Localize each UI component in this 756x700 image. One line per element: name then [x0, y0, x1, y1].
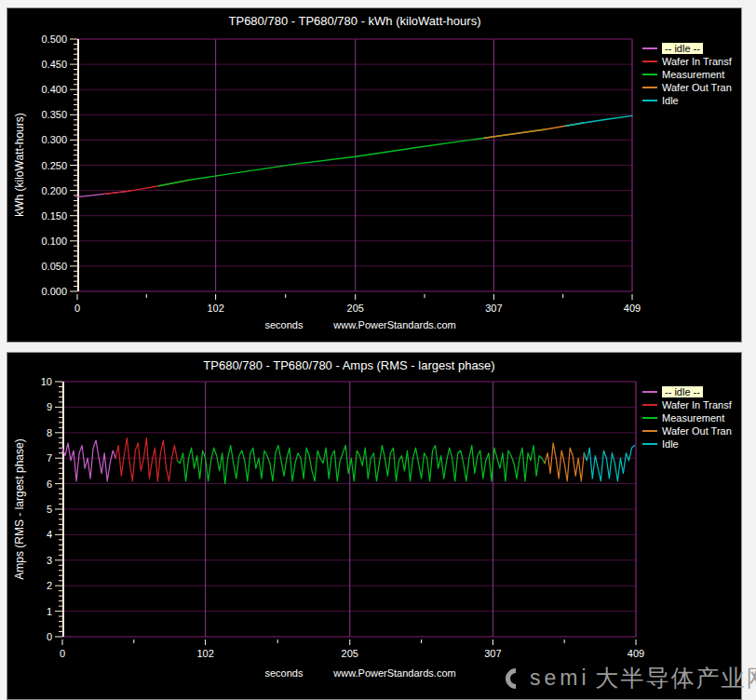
amps-legend: -- idle --Wafer In TransfMeasurementWafe…	[642, 385, 732, 451]
legend-item: Measurement	[642, 411, 732, 424]
svg-text:1: 1	[47, 606, 52, 617]
svg-text:8: 8	[47, 427, 52, 438]
svg-text:0.450: 0.450	[41, 59, 67, 70]
svg-text:7: 7	[47, 452, 52, 464]
svg-text:10: 10	[41, 376, 52, 387]
svg-text:0.100: 0.100	[41, 236, 67, 247]
legend-item: Wafer In Transf	[642, 398, 732, 411]
svg-text:0.400: 0.400	[41, 84, 67, 95]
svg-text:0: 0	[47, 631, 52, 642]
svg-text:0.300: 0.300	[41, 134, 67, 145]
legend-item: -- idle --	[642, 42, 732, 55]
svg-text:0.000: 0.000	[41, 286, 67, 297]
svg-text:2: 2	[47, 580, 52, 591]
site-credit: www.PowerStandards.com	[320, 319, 469, 330]
svg-text:307: 307	[484, 648, 501, 659]
kwh-legend: -- idle --Wafer In TransfMeasurementWafe…	[642, 42, 732, 107]
legend-item: Measurement	[642, 68, 732, 81]
legend-item: Wafer Out Tran	[642, 424, 732, 438]
watermark-text-cjk: 大半导体产业网	[596, 663, 756, 693]
svg-text:3: 3	[47, 555, 52, 566]
legend-line-swatch-icon	[642, 443, 657, 445]
svg-text:102: 102	[207, 303, 223, 314]
legend-line-swatch-icon	[642, 61, 657, 62]
legend-item-label: Measurement	[662, 69, 724, 80]
svg-text:4: 4	[47, 529, 52, 540]
amps-plot-area: 0123456789100102205307409	[7, 353, 741, 699]
svg-text:0.250: 0.250	[41, 160, 67, 171]
svg-text:307: 307	[485, 303, 502, 314]
legend-line-swatch-icon	[642, 404, 657, 406]
site-credit: www.PowerStandards.com	[320, 667, 469, 679]
svg-text:6: 6	[47, 478, 52, 490]
svg-text:0.050: 0.050	[41, 261, 67, 272]
legend-line-swatch-icon	[642, 430, 657, 432]
legend-item-label: Measurement	[662, 412, 724, 424]
svg-text:0.200: 0.200	[41, 185, 67, 196]
kwh-footer: seconds www.PowerStandards.com	[7, 319, 742, 332]
legend-item-label: Wafer Out Tran	[662, 425, 732, 437]
x-axis-label: seconds	[251, 667, 317, 679]
svg-text:409: 409	[628, 648, 644, 659]
svg-text:9: 9	[47, 401, 52, 412]
legend-item: Idle	[642, 94, 732, 107]
legend-line-swatch-icon	[642, 100, 657, 101]
watermark-logo-icon	[501, 664, 530, 693]
svg-text:205: 205	[347, 303, 364, 314]
kwh-plot-area: 0.0000.0500.1000.1500.2000.2500.3000.350…	[7, 8, 741, 341]
legend-item-label: Wafer In Transf	[662, 56, 732, 67]
legend-item-label: Wafer Out Tran	[662, 82, 732, 93]
legend-item-label: Wafer In Transf	[662, 399, 732, 411]
legend-item: Idle	[642, 438, 732, 451]
svg-text:5: 5	[47, 504, 52, 515]
legend-line-swatch-icon	[642, 417, 657, 419]
svg-text:409: 409	[624, 303, 641, 314]
legend-item-label: Idle	[662, 95, 679, 106]
kwh-chart-panel: TP680/780 - TP680/780 - kWh (kiloWatt-ho…	[7, 7, 742, 343]
legend-item: Wafer Out Tran	[642, 81, 732, 94]
svg-text:102: 102	[196, 648, 213, 659]
svg-text:0: 0	[74, 303, 80, 314]
legend-item-label: Idle	[662, 438, 679, 450]
legend-item: -- idle --	[642, 385, 732, 398]
watermark: semi 大半导体产业网	[506, 663, 756, 693]
svg-text:0.150: 0.150	[41, 210, 67, 222]
amps-chart-panel: TP680/780 - TP680/780 - Amps (RMS - larg…	[7, 352, 742, 700]
svg-text:0.350: 0.350	[41, 109, 67, 120]
svg-text:0.500: 0.500	[41, 34, 67, 45]
legend-line-swatch-icon	[642, 74, 657, 75]
legend-item: Wafer In Transf	[642, 55, 732, 68]
legend-item-label: -- idle --	[662, 43, 703, 54]
watermark-text-latin: semi	[530, 666, 590, 691]
legend-line-swatch-icon	[642, 391, 657, 393]
svg-text:205: 205	[342, 648, 358, 659]
legend-line-swatch-icon	[642, 47, 657, 49]
legend-line-swatch-icon	[642, 87, 657, 88]
x-axis-label: seconds	[251, 319, 317, 330]
svg-text:0: 0	[60, 648, 65, 659]
legend-item-label: -- idle --	[662, 386, 703, 397]
